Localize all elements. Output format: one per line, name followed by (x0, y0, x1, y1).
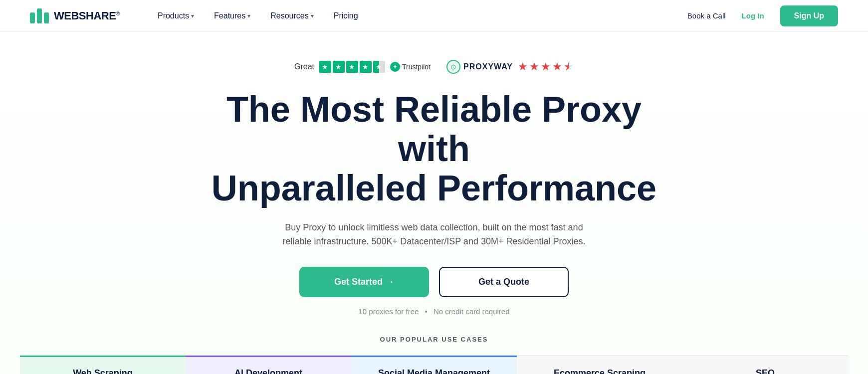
tab-ai-development[interactable]: AI Development (186, 356, 351, 374)
proxyway-logo: ⊙ PROXYWAY (446, 60, 513, 74)
tab-ecommerce[interactable]: Ecommerce Scraping (517, 356, 682, 374)
dot-separator: • (425, 307, 428, 316)
use-cases-section: OUR POPULAR USE CASES Web Scraping AI De… (20, 316, 848, 374)
trustpilot-icon: ✦ (390, 62, 400, 72)
trustpilot-logo: ✦ Trustpilot (390, 62, 431, 72)
tab-web-scraping[interactable]: Web Scraping (20, 356, 186, 374)
star-1: ★ (319, 61, 331, 73)
logo-icon (30, 8, 49, 23)
get-quote-button[interactable]: Get a Quote (439, 267, 569, 297)
hero-subtitle: Buy Proxy to unlock limitless web data c… (279, 220, 589, 249)
pw-star-3: ★ (541, 60, 551, 73)
tab-social-media[interactable]: Social Media Management (351, 356, 517, 374)
logo-bar-1 (30, 12, 35, 23)
trustpilot-stars: ★ ★ ★ ★ ★ (319, 61, 385, 73)
logo[interactable]: WEBSHARE® (30, 8, 120, 23)
signup-button[interactable]: Sign Up (780, 5, 838, 26)
nav-actions: Book a Call Log In Sign Up (687, 5, 838, 26)
logo-text: WEBSHARE® (54, 9, 120, 22)
star-4: ★ (360, 61, 372, 73)
hero-title: The Most Reliable Proxy with Unparallele… (210, 90, 658, 208)
nav-links: Products ▾ Features ▾ Resources ▾ Pricin… (150, 7, 687, 24)
logo-bar-3 (44, 12, 49, 23)
chevron-down-icon: ▾ (191, 12, 194, 19)
login-button[interactable]: Log In (734, 7, 772, 24)
get-started-button[interactable]: Get Started → (299, 267, 429, 297)
navigation: WEBSHARE® Products ▾ Features ▾ Resource… (0, 0, 868, 32)
trustpilot-rating: Great ★ ★ ★ ★ ★ ✦ Trustpilot (294, 61, 431, 73)
pw-star-4: ★ (552, 60, 562, 73)
pw-star-1: ★ (518, 60, 528, 73)
pw-star-5-half: ★ ★ (564, 60, 574, 73)
tab-seo[interactable]: SEO (682, 356, 848, 374)
nav-item-products[interactable]: Products ▾ (150, 7, 202, 24)
star-2: ★ (333, 61, 345, 73)
star-5-half: ★ (373, 61, 385, 73)
proxyway-name: PROXYWAY (463, 62, 513, 71)
logo-bar-2 (37, 8, 42, 23)
cta-buttons: Get Started → Get a Quote (299, 267, 569, 297)
ratings-bar: Great ★ ★ ★ ★ ★ ✦ Trustpilot ⊙ PROXYWAY … (294, 60, 574, 74)
chevron-down-icon: ▾ (311, 12, 314, 19)
use-cases-tabs: Web Scraping AI Development Social Media… (20, 355, 848, 374)
proxyway-rating: ⊙ PROXYWAY ★ ★ ★ ★ ★ ★ (446, 60, 574, 74)
pw-star-2: ★ (529, 60, 539, 73)
use-cases-label: OUR POPULAR USE CASES (20, 336, 848, 343)
star-3: ★ (346, 61, 358, 73)
chevron-down-icon: ▾ (247, 12, 250, 19)
free-note: 10 proxies for free • No credit card req… (358, 307, 509, 316)
nav-item-features[interactable]: Features ▾ (206, 7, 258, 24)
trustpilot-label: Great (294, 62, 314, 71)
proxyway-icon: ⊙ (446, 60, 460, 74)
nav-item-pricing[interactable]: Pricing (326, 7, 366, 24)
book-call-link[interactable]: Book a Call (687, 11, 726, 20)
hero-section: Great ★ ★ ★ ★ ★ ✦ Trustpilot ⊙ PROXYWAY … (0, 32, 868, 374)
proxyway-stars: ★ ★ ★ ★ ★ ★ (518, 60, 574, 73)
nav-item-resources[interactable]: Resources ▾ (262, 7, 321, 24)
